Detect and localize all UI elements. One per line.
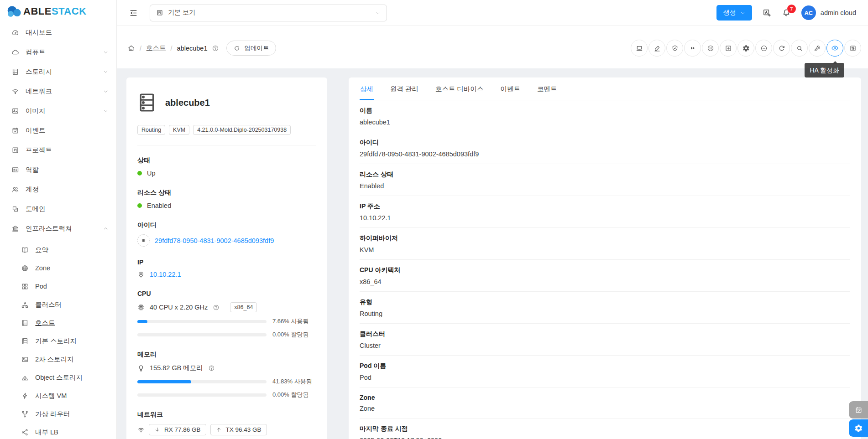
sidebar-item-roles[interactable]: 역할: [0, 160, 116, 180]
restart-button[interactable]: [773, 40, 790, 57]
detail-value: Pod: [360, 374, 850, 381]
detail-value: ablecube1: [360, 119, 850, 126]
secure-boot-button[interactable]: [666, 40, 683, 57]
sidebar-item-compute[interactable]: 컴퓨트: [0, 42, 116, 62]
sidebar-item-accounts[interactable]: 계정: [0, 180, 116, 199]
sidebar-item-network[interactable]: 네트워크: [0, 82, 116, 101]
tab-host-devices[interactable]: 호스트 디바이스: [435, 77, 484, 100]
sidebar-item-label: 이벤트: [26, 126, 46, 135]
detail-value: Zone: [360, 405, 850, 412]
gold-icon: [21, 374, 29, 382]
sidebar-item-primary-storage[interactable]: 기본 스토리지: [0, 332, 116, 350]
detail-row-zone: Zone Zone: [360, 387, 850, 418]
notification-badge: 7: [787, 5, 796, 13]
tab-comments[interactable]: 코멘트: [537, 77, 558, 100]
settings-gear-button[interactable]: [737, 40, 754, 57]
sidebar-item-images[interactable]: 이미지: [0, 101, 116, 121]
configure-sliders-button[interactable]: [844, 40, 861, 57]
gear-icon: [854, 424, 863, 433]
detail-row-ip: IP 주소 10.10.22.1: [360, 196, 850, 228]
repair-wrench-button[interactable]: [809, 40, 826, 57]
book-icon: [21, 246, 29, 254]
sidebar-item-label: 시스템 VM: [35, 392, 67, 400]
user-menu[interactable]: AC admin cloud: [801, 5, 856, 20]
network-label: 네트워크: [137, 411, 316, 419]
project-add-icon[interactable]: [763, 9, 771, 17]
event-log-fab[interactable]: [849, 401, 868, 418]
settings-fab[interactable]: [849, 419, 868, 437]
view-selector-value: 기본 보기: [168, 9, 195, 17]
sidebar-item-internal-lb[interactable]: 내부 LB: [0, 423, 116, 439]
memory-used-progress: 41.83% 사용됨: [137, 377, 316, 386]
cloud-icon: [11, 48, 19, 56]
host-ip-link[interactable]: 10.10.22.1: [150, 271, 181, 278]
sidebar-item-cluster[interactable]: 클러스터: [0, 295, 116, 314]
console-button[interactable]: [631, 40, 648, 57]
sidebar-item-dashboard[interactable]: 대시보드: [0, 23, 116, 42]
detail-label: Zone: [360, 394, 850, 401]
memory-allocated-label: 0.00% 할당됨: [272, 391, 316, 399]
resource-state-dot: [137, 203, 142, 208]
host-card-header: ablecube1: [137, 92, 316, 113]
sidebar-nav: 대시보드 컴퓨트 스토리지 네트워크 이미지: [0, 23, 116, 439]
sidebar-item-domains[interactable]: 도메인: [0, 199, 116, 219]
refresh-button[interactable]: 업데이트: [226, 41, 276, 56]
sidebar-item-zone[interactable]: Zone: [0, 259, 116, 277]
sidebar-item-pod[interactable]: Pod: [0, 277, 116, 295]
sidebar-item-events[interactable]: 이벤트: [0, 121, 116, 140]
edit-button[interactable]: [648, 40, 665, 57]
sidebar-item-secondary-storage[interactable]: 2차 스토리지: [0, 350, 116, 368]
disable-button[interactable]: [755, 40, 772, 57]
menu-fold-icon[interactable]: [129, 9, 138, 17]
sidebar-item-system-vm[interactable]: 시스템 VM: [0, 387, 116, 405]
picture-icon: [21, 356, 29, 363]
sidebar-item-object-storage[interactable]: Object 스토리지: [0, 368, 116, 387]
tab-events[interactable]: 이벤트: [500, 77, 521, 100]
memory-section: 메모리 155.82 GB 메모리 41.83% 사용됨 0.00% 할당됨: [137, 351, 316, 399]
ha-enable-eye-button[interactable]: [826, 40, 843, 57]
arrow-up-icon: [216, 427, 222, 433]
bulb-icon: [137, 365, 145, 372]
sidebar-item-label: 대시보드: [26, 28, 52, 37]
notifications-bell-icon[interactable]: 7: [782, 8, 791, 17]
autoscale-button[interactable]: [684, 40, 701, 57]
detail-label: 리소스 상태: [360, 170, 850, 179]
detail-value: x86_64: [360, 278, 850, 285]
detail-row-hypervisor: 하이퍼바이저 KVM: [360, 228, 850, 260]
breadcrumb-hosts-link[interactable]: 호스트: [146, 44, 166, 52]
add-button[interactable]: [720, 40, 737, 57]
sidebar-item-hosts[interactable]: 호스트: [0, 314, 116, 332]
tab-details[interactable]: 상세: [360, 77, 374, 100]
question-circle-icon[interactable]: [213, 304, 220, 311]
detail-row-name: 이름 ablecube1: [360, 100, 850, 132]
sidebar-item-virtual-router[interactable]: 가상 라우터: [0, 405, 116, 423]
sidebar-item-summary[interactable]: 요약: [0, 241, 116, 259]
tab-remote-management[interactable]: 원격 관리: [390, 77, 419, 100]
create-button[interactable]: 생성: [716, 5, 752, 21]
chevron-down-icon: [103, 69, 108, 74]
location-pin-icon: [137, 271, 145, 278]
project-icon: [156, 9, 163, 16]
search-button[interactable]: [791, 40, 808, 57]
maintenance-button[interactable]: [702, 40, 719, 57]
view-selector[interactable]: 기본 보기: [150, 5, 387, 21]
fork-icon: [21, 410, 29, 418]
question-circle-icon[interactable]: [208, 365, 215, 372]
sidebar-item-projects[interactable]: 프로젝트: [0, 140, 116, 160]
sidebar-item-storage[interactable]: 스토리지: [0, 62, 116, 82]
cpu-label: CPU: [137, 290, 316, 297]
ablestack-logo[interactable]: ABLESTACK: [0, 0, 116, 23]
host-id-link[interactable]: 29fdfd78-0950-4831-9002-4685d093fdf9: [155, 237, 274, 244]
hdd-icon: [11, 68, 19, 76]
question-circle-icon[interactable]: [212, 45, 219, 52]
detail-value: 10.10.22.1: [360, 214, 850, 222]
sidebar-item-label: 도메인: [26, 205, 46, 213]
detail-label: Pod 이름: [360, 362, 850, 370]
home-icon[interactable]: [127, 44, 135, 52]
sidebar-item-label: Pod: [35, 283, 47, 290]
sidebar-item-infrastructure[interactable]: 인프라스트럭쳐: [0, 219, 116, 238]
cluster-icon: [21, 301, 29, 309]
chevron-down-icon: [740, 10, 745, 15]
detail-value: Cluster: [360, 342, 850, 349]
cpu-allocated-progress: 0.00% 할당됨: [137, 331, 316, 339]
